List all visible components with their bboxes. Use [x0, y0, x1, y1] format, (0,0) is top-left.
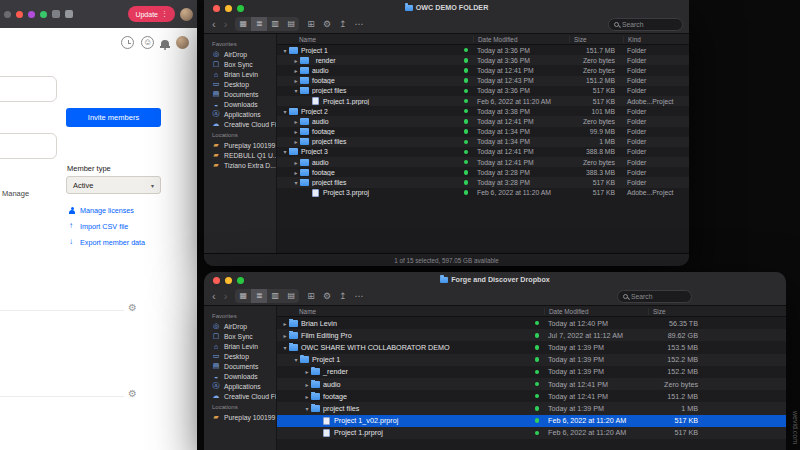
- disclosure-triangle-icon[interactable]: [292, 356, 300, 363]
- table-row[interactable]: footage Today at 12:43 PM 151.2 MB Folde…: [277, 76, 689, 86]
- browser-chrome-icon[interactable]: [4, 11, 11, 18]
- table-row[interactable]: footage Today at 12:41 PM 151.2 MB: [277, 390, 786, 402]
- table-row[interactable]: footage Today at 1:34 PM 99.9 MB Folder: [277, 127, 689, 137]
- table-row[interactable]: audio Today at 12:41 PM Zero bytes Folde…: [277, 157, 689, 167]
- table-row[interactable]: project files Today at 1:39 PM 1 MB: [277, 402, 786, 414]
- browser-chrome-icon[interactable]: [28, 11, 35, 18]
- column-header-kind[interactable]: Kind: [623, 36, 689, 43]
- sidebar-item[interactable]: Downloads: [204, 371, 276, 381]
- search-input[interactable]: [622, 21, 677, 28]
- sidebar-item[interactable]: Pureplay 100199: [204, 412, 276, 422]
- search-field[interactable]: [608, 18, 683, 31]
- disclosure-triangle-icon[interactable]: [292, 77, 300, 84]
- disclosure-triangle-icon[interactable]: [292, 128, 300, 135]
- table-row[interactable]: audio Today at 12:41 PM Zero bytes: [277, 378, 786, 390]
- notifications-bell-icon[interactable]: [161, 40, 169, 47]
- disclosure-triangle-icon[interactable]: [281, 320, 289, 327]
- disclosure-triangle-icon[interactable]: [292, 57, 300, 64]
- sidebar-item[interactable]: Documents: [204, 361, 276, 371]
- icon-view-button[interactable]: ▦: [235, 17, 251, 31]
- gear-icon[interactable]: ⚙: [128, 302, 137, 313]
- table-row[interactable]: audio Today at 12:41 PM Zero bytes Folde…: [277, 116, 689, 126]
- icon-view-button[interactable]: ▦: [235, 289, 251, 303]
- gear-menu-button[interactable]: ⚙: [323, 17, 331, 31]
- disclosure-triangle-icon[interactable]: [292, 179, 300, 186]
- disclosure-triangle-icon[interactable]: [281, 47, 289, 54]
- table-row[interactable]: Project 1.prproj Feb 6, 2022 at 11:20 AM…: [277, 96, 689, 106]
- disclosure-triangle-icon[interactable]: [281, 332, 289, 339]
- disclosure-triangle-icon[interactable]: [292, 87, 300, 94]
- table-row[interactable]: Project 1 Today at 3:36 PM 151.7 MB Fold…: [277, 45, 689, 55]
- table-row[interactable]: _render Today at 3:36 PM Zero bytes Fold…: [277, 55, 689, 65]
- disclosure-triangle-icon[interactable]: [303, 393, 311, 400]
- more-button[interactable]: ⋯: [355, 289, 364, 303]
- sidebar-item[interactable]: Brian Levin: [204, 69, 276, 79]
- column-view-button[interactable]: ▥: [267, 289, 283, 303]
- gallery-view-button[interactable]: ▤: [283, 17, 299, 31]
- forward-button[interactable]: ›: [224, 289, 228, 303]
- table-row[interactable]: Project 1_v02.prproj Feb 6, 2022 at 11:2…: [277, 415, 786, 427]
- sidebar-item[interactable]: Tiziano Extra D...: [204, 160, 276, 170]
- finder-titlebar[interactable]: OWC DEMO FOLDER ‹ › ▦ ≣ ▥ ▤ ⊞ ⚙ ↥ ⋯: [204, 0, 689, 34]
- table-row[interactable]: project files Today at 3:28 PM 517 KB Fo…: [277, 177, 689, 187]
- more-button[interactable]: ⋯: [355, 17, 364, 31]
- admin-action-link[interactable]: Manage licenses: [68, 206, 145, 215]
- gear-icon[interactable]: ⚙: [128, 388, 137, 399]
- sidebar-item[interactable]: Applications: [204, 381, 276, 391]
- share-button[interactable]: ↥: [339, 17, 347, 31]
- search-field[interactable]: [617, 290, 692, 303]
- column-header-size[interactable]: Size: [569, 36, 623, 43]
- invite-members-button[interactable]: Invite members: [66, 108, 161, 127]
- disclosure-triangle-icon[interactable]: [281, 344, 289, 351]
- column-header-date[interactable]: Date Modified: [473, 36, 569, 43]
- group-menu-button[interactable]: ⊞: [307, 17, 315, 31]
- sidebar-item[interactable]: Documents: [204, 89, 276, 99]
- browser-chrome-icon[interactable]: [65, 10, 73, 18]
- sidebar-item[interactable]: REDBULL Q1 U...: [204, 150, 276, 160]
- disclosure-triangle-icon[interactable]: [292, 138, 300, 145]
- sidebar-item[interactable]: Desktop: [204, 351, 276, 361]
- sidebar-item[interactable]: Brian Levin: [204, 341, 276, 351]
- browser-chrome-icon[interactable]: [52, 10, 60, 18]
- table-row[interactable]: Project 1 Today at 1:39 PM 152.2 MB: [277, 354, 786, 366]
- table-row[interactable]: Project 3 Today at 12:41 PM 388.8 MB Fol…: [277, 147, 689, 157]
- sidebar-item[interactable]: Pureplay 100199: [204, 140, 276, 150]
- table-row[interactable]: _render Today at 1:39 PM 152.2 MB: [277, 366, 786, 378]
- column-header-name[interactable]: Name: [277, 36, 459, 43]
- table-row[interactable]: Brian Levin Today at 12:40 PM 56.35 TB: [277, 317, 786, 329]
- disclosure-triangle-icon[interactable]: [292, 159, 300, 166]
- gear-menu-button[interactable]: ⚙: [323, 289, 331, 303]
- share-button[interactable]: ↥: [339, 289, 347, 303]
- forward-button[interactable]: ›: [224, 17, 228, 31]
- sidebar-item[interactable]: AirDrop: [204, 49, 276, 59]
- browser-chrome-icon[interactable]: [40, 11, 47, 18]
- table-row[interactable]: footage Today at 3:28 PM 388.3 MB Folder: [277, 167, 689, 177]
- table-row[interactable]: Film Editing Pro Jul 7, 2022 at 11:12 AM…: [277, 329, 786, 341]
- list-view-button[interactable]: ≣: [251, 17, 267, 31]
- search-input[interactable]: [631, 293, 686, 300]
- sidebar-item[interactable]: Box Sync: [204, 59, 276, 69]
- sidebar-item[interactable]: Creative Cloud Files: [204, 119, 276, 129]
- disclosure-triangle-icon[interactable]: [303, 368, 311, 375]
- column-view-button[interactable]: ▥: [267, 17, 283, 31]
- table-row[interactable]: project files Today at 1:34 PM 1 MB Fold…: [277, 137, 689, 147]
- sidebar-item[interactable]: Creative Cloud Files: [204, 391, 276, 401]
- member-type-dropdown[interactable]: Active ▾: [66, 176, 161, 194]
- table-row[interactable]: project files Today at 3:36 PM 517 KB Fo…: [277, 86, 689, 96]
- table-row[interactable]: audio Today at 12:41 PM Zero bytes Folde…: [277, 65, 689, 75]
- column-header-size[interactable]: Size: [648, 308, 706, 315]
- column-header-date[interactable]: Date Modified: [544, 308, 648, 315]
- browser-profile-avatar[interactable]: [180, 8, 193, 21]
- table-row[interactable]: Project 3.prproj Feb 6, 2022 at 11:20 AM…: [277, 188, 689, 198]
- disclosure-triangle-icon[interactable]: [281, 108, 289, 115]
- admin-action-link[interactable]: Import CSV file: [68, 222, 145, 231]
- sidebar-item[interactable]: Desktop: [204, 79, 276, 89]
- table-row[interactable]: Project 2 Today at 3:38 PM 101 MB Folder: [277, 106, 689, 116]
- browser-update-button[interactable]: Update ⋮: [128, 6, 175, 22]
- profile-smiley-icon[interactable]: ☺: [141, 36, 154, 49]
- sidebar-item[interactable]: Box Sync: [204, 331, 276, 341]
- browser-chrome-icon[interactable]: [16, 11, 23, 18]
- history-clock-icon[interactable]: [121, 36, 134, 49]
- table-row[interactable]: OWC SHARE WITH COLLABORATOR DEMO Today a…: [277, 341, 786, 353]
- account-avatar[interactable]: [176, 36, 189, 49]
